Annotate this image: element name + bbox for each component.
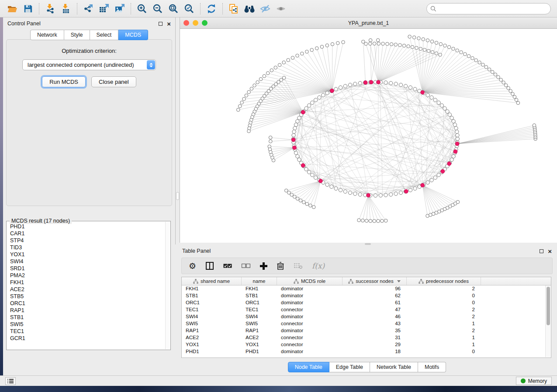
search-input[interactable]	[439, 6, 547, 12]
import-network-button[interactable]	[42, 2, 58, 16]
toolbar-separator	[200, 3, 201, 14]
table-row[interactable]: SWI5SWI5connector431	[182, 320, 545, 327]
result-node[interactable]: CAR1	[9, 230, 165, 237]
cell: 0	[407, 292, 481, 299]
table-row[interactable]: PHD1PHD1dominator180	[182, 348, 545, 355]
cell: 1	[407, 341, 481, 348]
show-hidden-button[interactable]	[273, 2, 289, 16]
show-columns-button[interactable]	[206, 262, 214, 270]
result-node[interactable]: ORC1	[9, 300, 165, 307]
status-bar: Memory	[0, 375, 557, 386]
tab-edge-table[interactable]: Edge Table	[329, 362, 370, 372]
zoom-in-button[interactable]	[134, 2, 150, 16]
tab-select[interactable]: Select	[90, 30, 119, 40]
hide-selected-button[interactable]	[257, 2, 273, 16]
table-settings-button[interactable]: ⚙	[189, 262, 196, 270]
import-network-icon	[45, 3, 55, 14]
delete-column-button[interactable]	[277, 262, 284, 270]
cell: 2	[407, 306, 481, 313]
table-row[interactable]: ORC1ORC1dominator610	[182, 299, 545, 306]
network-graph[interactable]	[180, 29, 557, 242]
refresh-layout-button[interactable]	[204, 2, 219, 16]
splitter-grip[interactable]	[365, 243, 371, 245]
table-row[interactable]: SWI4SWI4dominator462	[182, 313, 545, 320]
table-row[interactable]: RAP1RAP1dominator352	[182, 327, 545, 334]
close-panel-icon[interactable]: ×	[167, 22, 171, 26]
result-node[interactable]: STB5	[9, 293, 165, 300]
float-panel-icon[interactable]	[159, 22, 163, 26]
close-panel-button[interactable]: Close panel	[91, 76, 136, 87]
toolbar-separator	[39, 3, 39, 14]
table-scrollbar[interactable]	[545, 285, 550, 357]
deselect-all-button[interactable]	[242, 264, 250, 268]
table-row[interactable]: FKH1FKH1dominator962	[182, 285, 545, 292]
result-node[interactable]: ACE2	[9, 286, 165, 293]
cell: RAP1	[182, 327, 242, 334]
memory-button[interactable]: Memory	[516, 377, 552, 385]
open-file-button[interactable]	[4, 2, 20, 16]
result-node[interactable]: TEC1	[9, 328, 165, 335]
result-node[interactable]: STB1	[9, 314, 165, 321]
table-row[interactable]: STB1STB1dominator620	[182, 292, 545, 299]
column-header-filler	[481, 277, 551, 285]
cell: FKH1	[182, 285, 242, 292]
result-node[interactable]: SRD1	[9, 265, 165, 272]
mcds-result-group: MCDS result (17 nodes) PHD1CAR1STP4TID3Y…	[6, 221, 171, 350]
task-history-button[interactable]	[5, 377, 16, 385]
float-panel-icon[interactable]	[540, 249, 543, 253]
zoom-out-button[interactable]	[150, 2, 166, 16]
zoom-selected-button[interactable]	[181, 2, 197, 16]
tab-node-table[interactable]: Node Table	[288, 362, 329, 372]
result-node[interactable]: PMA2	[9, 272, 165, 279]
result-node[interactable]: SWI5	[9, 321, 165, 328]
scrollbar-thumb[interactable]	[547, 287, 550, 325]
toolbar-separator	[131, 3, 131, 14]
zoom-fit-button[interactable]	[166, 2, 181, 16]
result-node[interactable]: TID3	[9, 244, 165, 251]
cell: ORC1	[242, 299, 277, 306]
result-node[interactable]: PHD1	[9, 223, 165, 230]
run-mcds-button[interactable]: Run MCDS	[42, 76, 86, 87]
export-image-button[interactable]	[112, 2, 128, 16]
splitter-grip[interactable]	[176, 192, 179, 200]
add-column-button[interactable]	[260, 262, 267, 270]
result-node[interactable]: GCR1	[9, 335, 165, 342]
control-tab-bar: NetworkStyleSelectMCDS	[3, 30, 175, 40]
import-table-button[interactable]	[58, 2, 74, 16]
result-node[interactable]: FKH1	[9, 279, 165, 286]
tab-network-table[interactable]: Network Table	[370, 362, 418, 372]
tab-network[interactable]: Network	[30, 30, 64, 40]
column-header-name[interactable]: name	[242, 277, 277, 285]
table-row[interactable]: YOX1YOX1connector291	[182, 341, 545, 348]
table-row[interactable]: TEC1TEC1connector472	[182, 306, 545, 313]
copy-network-icon	[228, 3, 239, 14]
column-header-mcds-role[interactable]: MCDS role	[277, 277, 343, 285]
export-table-button[interactable]	[96, 2, 112, 16]
zoom-out-icon	[152, 3, 163, 14]
select-all-button[interactable]	[223, 264, 232, 268]
result-node[interactable]: YOX1	[9, 251, 165, 258]
result-list-scrollbar[interactable]	[165, 222, 170, 349]
close-panel-icon[interactable]: ×	[548, 249, 552, 253]
column-header-predecessor-nodes[interactable]: predecessor nodes	[407, 277, 481, 285]
export-network-button[interactable]	[80, 2, 96, 16]
tab-style[interactable]: Style	[64, 30, 90, 40]
optimization-criterion-select[interactable]: largest connected component (undirected)	[22, 59, 156, 70]
column-header-shared-name[interactable]: shared name	[182, 277, 242, 285]
desktop-edge	[0, 17, 3, 375]
export-image-icon	[114, 3, 125, 14]
tab-mcds[interactable]: MCDS	[118, 30, 148, 40]
table-row[interactable]: ACE2ACE2connector311	[182, 334, 545, 341]
binoculars-find-button[interactable]	[242, 2, 257, 16]
vertical-splitter[interactable]	[175, 17, 180, 244]
cell: PHD1	[242, 348, 277, 355]
list-icon	[7, 378, 14, 384]
result-node[interactable]: STP4	[9, 237, 165, 244]
result-node[interactable]: SWI4	[9, 258, 165, 265]
result-node[interactable]: RAP1	[9, 307, 165, 314]
tab-motifs[interactable]: Motifs	[418, 362, 446, 372]
column-header-successor-nodes[interactable]: successor nodes	[343, 277, 407, 285]
save-session-button[interactable]	[20, 2, 36, 16]
copy-network-button[interactable]	[226, 2, 242, 16]
mcds-options-box: Optimization criterion: largest connecte…	[6, 39, 172, 206]
